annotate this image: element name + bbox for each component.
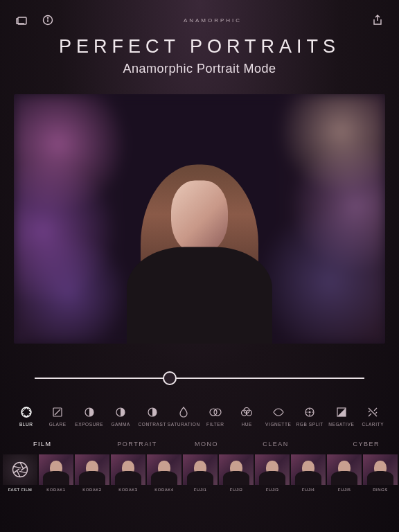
tool-filter[interactable]: FILTER [200, 406, 231, 427]
preset-thumb [183, 454, 218, 485]
clarity-icon [366, 406, 379, 418]
preset-fuji1[interactable]: FUJI1 [183, 454, 218, 492]
category-mono[interactable]: MONO [172, 438, 241, 450]
rgbsplit-icon [303, 406, 316, 418]
preset-label: FUJI3 [266, 488, 279, 492]
tool-hue[interactable]: HUE [232, 406, 263, 427]
preset-thumb [3, 454, 37, 485]
preset-label: KODAK1 [46, 488, 65, 492]
slider-track [35, 378, 364, 379]
category-cyber[interactable]: CYBER [310, 438, 387, 450]
tool-label: GLARE [49, 422, 66, 427]
info-icon[interactable] [42, 14, 54, 26]
preset-thumb [39, 454, 73, 485]
tool-label: FILTER [206, 422, 224, 427]
preset-fuji5[interactable]: FUJI5 [327, 454, 362, 492]
preset-thumb [327, 454, 362, 485]
tool-vignette[interactable]: VIGNETTE [263, 406, 294, 427]
presets-row: FAST FILMKODAK1KODAK2KODAK3KODAK4FUJI1FU… [0, 454, 399, 497]
preset-label: KODAK4 [154, 488, 173, 492]
preset-fuji3[interactable]: FUJI3 [255, 454, 290, 492]
preset-thumb [147, 454, 181, 485]
tool-label: RGB SPLIT [296, 422, 323, 427]
hero-subtitle: Anamorphic Portrait Mode [0, 62, 399, 76]
preset-thumb [255, 454, 290, 485]
tool-clarity[interactable]: CLARITY [358, 406, 389, 427]
tool-blur[interactable]: BLUR [11, 406, 42, 427]
preset-fuji4[interactable]: FUJI4 [291, 454, 326, 492]
preset-label: KODAK3 [118, 488, 137, 492]
preset-thumb [363, 454, 398, 485]
blur-icon [20, 406, 33, 418]
share-icon[interactable] [371, 14, 384, 26]
preset-label: FUJI2 [230, 488, 243, 492]
tool-contrast[interactable]: CONTRAST [137, 406, 168, 427]
preset-kodak3[interactable]: KODAK3 [111, 454, 145, 492]
hue-icon [240, 406, 253, 418]
tool-rgbsplit[interactable]: RGB SPLIT [295, 406, 326, 427]
preset-thumb [219, 454, 254, 485]
albums-icon[interactable] [15, 14, 28, 26]
tool-saturation[interactable]: SATURATION [169, 406, 200, 427]
preset-kodak2[interactable]: KODAK2 [75, 454, 109, 492]
svg-point-10 [210, 409, 217, 416]
vignette-icon [272, 406, 285, 418]
preset-thumb [111, 454, 145, 485]
preset-kodak1[interactable]: KODAK1 [39, 454, 73, 492]
svg-point-4 [21, 407, 31, 417]
svg-line-6 [55, 409, 60, 415]
exposure-icon [83, 406, 96, 418]
svg-point-18 [13, 463, 28, 477]
tool-label: GAMMA [111, 422, 130, 427]
tools-row: BLURGLAREEXPOSUREGAMMACONTRASTSATURATION… [0, 402, 399, 432]
hero-title: PERFECT PORTRAITS [0, 36, 399, 57]
preset-thumb [291, 454, 326, 485]
tool-label: SATURATION [168, 422, 200, 427]
slider-thumb[interactable] [163, 371, 177, 385]
saturation-icon [177, 406, 190, 418]
tool-label: CLARITY [362, 422, 384, 427]
category-clean[interactable]: CLEAN [241, 438, 310, 450]
topbar-left [15, 14, 54, 26]
filter-icon [209, 406, 222, 418]
tool-label: VIGNETTE [265, 422, 291, 427]
tool-label: CONTRAST [138, 422, 166, 427]
gamma-icon [114, 406, 127, 418]
preset-categories: FILMPORTRAITMONOCLEANCYBER [0, 432, 399, 454]
tool-label: HUE [241, 422, 252, 427]
preset-rings[interactable]: RINGS [363, 454, 398, 492]
top-bar: ANAMORPHIC [0, 0, 399, 33]
tool-negative[interactable]: NEGATIVE [326, 406, 357, 427]
tool-exposure[interactable]: EXPOSURE [74, 406, 105, 427]
preset-label: FUJI1 [194, 488, 207, 492]
glare-icon [51, 406, 64, 418]
preset-fastfilm[interactable]: FAST FILM [3, 454, 37, 492]
negative-icon [335, 406, 348, 418]
preset-thumb [75, 454, 109, 485]
category-film[interactable]: FILM [12, 438, 103, 450]
contrast-icon [146, 406, 159, 418]
svg-point-3 [47, 17, 48, 18]
adjustment-slider[interactable] [35, 370, 364, 387]
tool-label: BLUR [19, 422, 33, 427]
category-portrait[interactable]: PORTRAIT [103, 438, 172, 450]
hero: PERFECT PORTRAITS Anamorphic Portrait Mo… [0, 33, 399, 85]
photo-preview[interactable] [14, 94, 385, 344]
preset-fuji2[interactable]: FUJI2 [219, 454, 254, 492]
preset-kodak4[interactable]: KODAK4 [147, 454, 181, 492]
brand-label: ANAMORPHIC [184, 17, 242, 24]
preset-label: FAST FILM [8, 488, 33, 492]
tool-label: EXPOSURE [75, 422, 103, 427]
tool-gamma[interactable]: GAMMA [106, 406, 136, 427]
tool-glare[interactable]: GLARE [43, 406, 73, 427]
svg-point-11 [214, 409, 221, 416]
tool-label: NEGATIVE [328, 422, 354, 427]
preset-label: RINGS [373, 488, 388, 492]
preset-label: KODAK2 [82, 488, 101, 492]
preset-label: FUJI5 [338, 488, 351, 492]
svg-point-16 [309, 411, 310, 413]
preset-label: FUJI4 [302, 488, 315, 492]
